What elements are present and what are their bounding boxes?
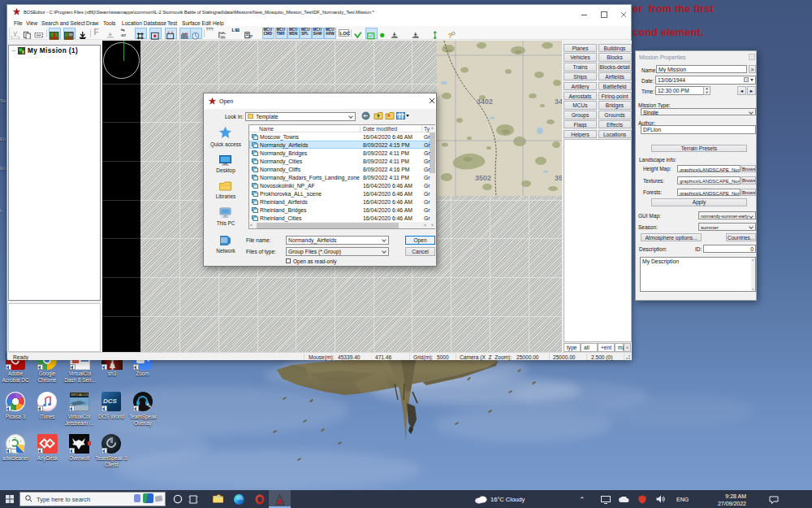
svg-text:P: P: [249, 33, 253, 38]
